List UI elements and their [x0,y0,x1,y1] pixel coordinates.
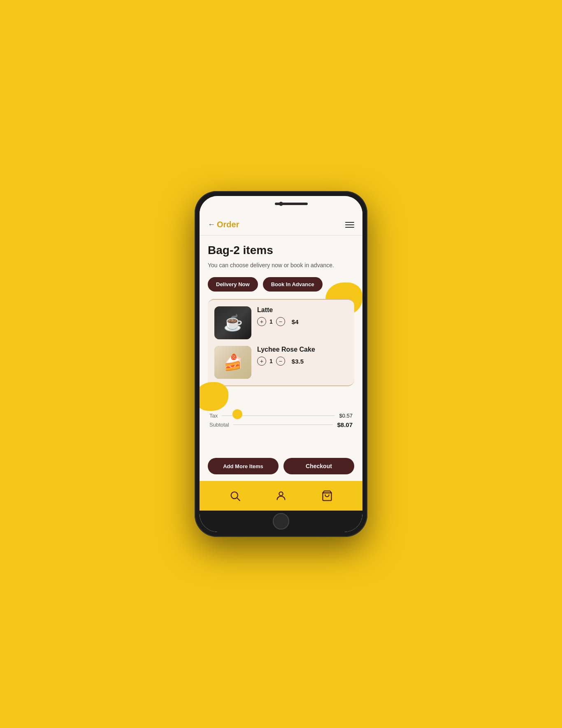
profile-icon [275,490,287,502]
title-highlight: 2 items [233,244,273,257]
cake-qty-decrease[interactable]: + [257,357,266,366]
hamburger-line-2 [345,224,354,225]
svg-point-2 [279,492,283,496]
checkout-button[interactable]: Checkout [283,458,354,474]
cart-nav-item[interactable] [321,490,333,502]
cake-qty-value: 1 [269,358,273,364]
nav-title: Order [217,220,239,229]
cake-image [214,346,251,379]
subtotal-label: Subtotal [209,422,229,428]
hamburger-menu-button[interactable] [345,222,354,228]
totals-section: Tax $0.57 Subtotal $8.07 [208,411,354,437]
blob-bottom-left [200,382,228,411]
bottom-nav [200,481,362,511]
delivery-now-button[interactable]: Delivery Now [208,277,258,292]
tax-row: Tax $0.57 [209,413,353,419]
phone-bottom-bar [200,511,362,532]
cart-icon [321,490,333,502]
home-button[interactable] [273,513,289,530]
back-arrow-icon: ← [208,220,215,229]
title-prefix: Bag- [208,244,233,257]
latte-qty-decrease[interactable]: + [257,317,266,326]
search-nav-item[interactable] [229,490,241,502]
latte-visual [214,306,251,339]
cake-name: Lychee Rose Cake [257,346,348,353]
order-item-latte: Latte + 1 − $4 [214,306,348,339]
speaker-bar [275,203,308,205]
cake-price: $3.5 [292,358,304,365]
book-in-advance-button[interactable]: Book In Advance [263,277,323,292]
main-content: Bag-2 items You can choose delivery now … [200,236,362,453]
latte-qty-controls: + 1 − [257,317,285,326]
page-title: Bag-2 items [208,244,354,257]
cake-qty-increase[interactable]: − [276,357,285,366]
tax-label: Tax [209,413,218,419]
order-item-cake: Lychee Rose Cake + 1 − $3.5 [214,346,348,379]
latte-name: Latte [257,306,348,314]
hamburger-line-3 [345,227,354,228]
phone-top-bar [200,196,362,214]
cake-visual [214,346,251,379]
subtotal-value: $8.07 [337,421,353,428]
hamburger-line-1 [345,222,354,223]
latte-qty-value: 1 [269,318,273,325]
items-wrapper: Latte + 1 − $4 [208,299,354,386]
nav-bar: ← Order [200,214,362,236]
tax-value: $0.57 [339,413,353,419]
latte-qty-increase[interactable]: − [276,317,285,326]
phone-inner: ← Order Bag-2 items You can choose deliv… [200,196,362,532]
screen: ← Order Bag-2 items You can choose deliv… [200,214,362,511]
latte-image [214,306,251,339]
page-subtitle: You can choose delivery now or book in a… [208,261,354,270]
action-buttons: Add More Items Checkout [200,453,362,481]
phone-outer: ← Order Bag-2 items You can choose deliv… [195,191,367,537]
items-section: Latte + 1 − $4 [208,299,354,386]
svg-line-1 [237,498,239,500]
cake-details: Lychee Rose Cake + 1 − $3.5 [257,346,348,366]
latte-details: Latte + 1 − $4 [257,306,348,326]
latte-controls: + 1 − $4 [257,317,348,326]
add-more-items-button[interactable]: Add More Items [208,458,279,474]
cake-controls: + 1 − $3.5 [257,357,348,366]
profile-nav-item[interactable] [275,490,287,502]
back-button[interactable]: ← Order [208,220,239,229]
search-icon [229,490,241,502]
latte-price: $4 [292,318,299,325]
blob-small [232,409,242,419]
subtotal-row: Subtotal $8.07 [209,421,353,428]
subtotal-line [233,425,333,425]
cake-qty-controls: + 1 − [257,357,285,366]
